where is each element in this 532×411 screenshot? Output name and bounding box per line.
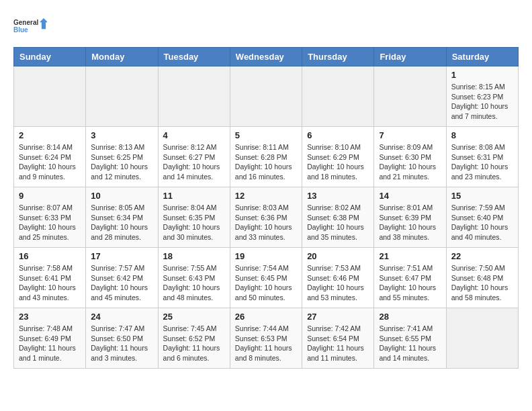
calendar-cell	[14, 66, 86, 127]
day-info: Sunrise: 7:41 AM Sunset: 6:55 PM Dayligh…	[379, 324, 441, 363]
logo-svg: General Blue	[13, 13, 47, 40]
calendar-cell	[230, 66, 302, 127]
calendar-cell: 16Sunrise: 7:58 AM Sunset: 6:41 PM Dayli…	[14, 248, 86, 308]
calendar-cell: 25Sunrise: 7:45 AM Sunset: 6:52 PM Dayli…	[158, 308, 230, 369]
day-info: Sunrise: 8:10 AM Sunset: 6:29 PM Dayligh…	[307, 142, 369, 182]
day-number: 12	[235, 191, 297, 201]
calendar-cell: 28Sunrise: 7:41 AM Sunset: 6:55 PM Dayli…	[374, 308, 446, 369]
day-number: 19	[235, 251, 297, 261]
calendar-cell: 14Sunrise: 8:01 AM Sunset: 6:39 PM Dayli…	[374, 187, 446, 248]
calendar-cell: 5Sunrise: 8:11 AM Sunset: 6:28 PM Daylig…	[230, 127, 302, 187]
day-number: 15	[451, 191, 513, 201]
calendar-cell: 12Sunrise: 8:03 AM Sunset: 6:36 PM Dayli…	[230, 187, 302, 248]
calendar-cell	[158, 66, 230, 127]
day-number: 16	[19, 251, 81, 261]
day-number: 1	[451, 70, 513, 80]
day-number: 5	[235, 130, 297, 140]
calendar-cell: 7Sunrise: 8:09 AM Sunset: 6:30 PM Daylig…	[374, 127, 446, 187]
svg-text:General: General	[13, 19, 38, 26]
calendar-table: SundayMondayTuesdayWednesdayThursdayFrid…	[13, 47, 519, 369]
day-info: Sunrise: 8:11 AM Sunset: 6:28 PM Dayligh…	[235, 142, 297, 182]
day-number: 14	[379, 191, 441, 201]
calendar-cell: 18Sunrise: 7:55 AM Sunset: 6:43 PM Dayli…	[158, 248, 230, 308]
week-row-2: 2Sunrise: 8:14 AM Sunset: 6:24 PM Daylig…	[14, 127, 519, 187]
day-info: Sunrise: 7:54 AM Sunset: 6:45 PM Dayligh…	[235, 263, 297, 303]
day-info: Sunrise: 7:44 AM Sunset: 6:53 PM Dayligh…	[235, 324, 297, 363]
calendar-header-row: SundayMondayTuesdayWednesdayThursdayFrid…	[14, 48, 519, 66]
calendar-cell: 3Sunrise: 8:13 AM Sunset: 6:25 PM Daylig…	[86, 127, 158, 187]
day-info: Sunrise: 7:45 AM Sunset: 6:52 PM Dayligh…	[163, 324, 225, 363]
day-number: 22	[451, 251, 513, 261]
calendar-cell	[86, 66, 158, 127]
svg-marker-2	[40, 18, 47, 29]
day-number: 28	[379, 312, 441, 322]
day-info: Sunrise: 8:05 AM Sunset: 6:34 PM Dayligh…	[91, 203, 152, 242]
day-info: Sunrise: 8:01 AM Sunset: 6:39 PM Dayligh…	[379, 203, 441, 242]
calendar-cell: 15Sunrise: 7:59 AM Sunset: 6:40 PM Dayli…	[446, 187, 518, 248]
day-info: Sunrise: 8:14 AM Sunset: 6:24 PM Dayligh…	[19, 142, 81, 182]
logo: General Blue	[13, 13, 47, 40]
day-number: 18	[163, 251, 225, 261]
day-info: Sunrise: 7:50 AM Sunset: 6:48 PM Dayligh…	[451, 263, 513, 303]
day-number: 11	[163, 191, 225, 201]
calendar-cell: 24Sunrise: 7:47 AM Sunset: 6:50 PM Dayli…	[86, 308, 158, 369]
svg-text:Blue: Blue	[13, 26, 28, 34]
day-info: Sunrise: 8:09 AM Sunset: 6:30 PM Dayligh…	[379, 142, 441, 182]
calendar-cell: 8Sunrise: 8:08 AM Sunset: 6:31 PM Daylig…	[446, 127, 518, 187]
day-number: 3	[91, 130, 152, 140]
header-wednesday: Wednesday	[230, 48, 302, 66]
day-info: Sunrise: 8:15 AM Sunset: 6:23 PM Dayligh…	[451, 82, 513, 122]
day-number: 26	[235, 312, 297, 322]
day-number: 13	[307, 191, 369, 201]
week-row-1: 1Sunrise: 8:15 AM Sunset: 6:23 PM Daylig…	[14, 66, 519, 127]
header-thursday: Thursday	[302, 48, 374, 66]
calendar-cell: 20Sunrise: 7:53 AM Sunset: 6:46 PM Dayli…	[302, 248, 374, 308]
header-monday: Monday	[86, 48, 158, 66]
calendar-cell: 2Sunrise: 8:14 AM Sunset: 6:24 PM Daylig…	[14, 127, 86, 187]
header-sunday: Sunday	[14, 48, 86, 66]
day-number: 10	[91, 191, 152, 201]
day-number: 25	[163, 312, 225, 322]
day-number: 27	[307, 312, 369, 322]
day-info: Sunrise: 8:12 AM Sunset: 6:27 PM Dayligh…	[163, 142, 225, 182]
day-info: Sunrise: 7:51 AM Sunset: 6:47 PM Dayligh…	[379, 263, 441, 303]
header-friday: Friday	[374, 48, 446, 66]
day-info: Sunrise: 8:03 AM Sunset: 6:36 PM Dayligh…	[235, 203, 297, 242]
day-number: 17	[91, 251, 152, 261]
calendar-cell: 10Sunrise: 8:05 AM Sunset: 6:34 PM Dayli…	[86, 187, 158, 248]
day-info: Sunrise: 7:42 AM Sunset: 6:54 PM Dayligh…	[307, 324, 369, 363]
day-number: 20	[307, 251, 369, 261]
day-info: Sunrise: 7:58 AM Sunset: 6:41 PM Dayligh…	[19, 263, 81, 303]
day-info: Sunrise: 7:55 AM Sunset: 6:43 PM Dayligh…	[163, 263, 225, 303]
day-number: 2	[19, 130, 81, 140]
day-info: Sunrise: 8:08 AM Sunset: 6:31 PM Dayligh…	[451, 142, 513, 182]
calendar-cell: 22Sunrise: 7:50 AM Sunset: 6:48 PM Dayli…	[446, 248, 518, 308]
day-number: 8	[451, 130, 513, 140]
day-number: 9	[19, 191, 81, 201]
calendar-cell: 6Sunrise: 8:10 AM Sunset: 6:29 PM Daylig…	[302, 127, 374, 187]
day-info: Sunrise: 8:07 AM Sunset: 6:33 PM Dayligh…	[19, 203, 81, 242]
day-info: Sunrise: 8:02 AM Sunset: 6:38 PM Dayligh…	[307, 203, 369, 242]
calendar-cell: 27Sunrise: 7:42 AM Sunset: 6:54 PM Dayli…	[302, 308, 374, 369]
calendar-cell: 19Sunrise: 7:54 AM Sunset: 6:45 PM Dayli…	[230, 248, 302, 308]
calendar-cell	[446, 308, 518, 369]
calendar-cell	[374, 66, 446, 127]
header-saturday: Saturday	[446, 48, 518, 66]
day-info: Sunrise: 7:47 AM Sunset: 6:50 PM Dayligh…	[91, 324, 152, 363]
day-info: Sunrise: 7:57 AM Sunset: 6:42 PM Dayligh…	[91, 263, 152, 303]
calendar-cell: 26Sunrise: 7:44 AM Sunset: 6:53 PM Dayli…	[230, 308, 302, 369]
day-info: Sunrise: 8:04 AM Sunset: 6:35 PM Dayligh…	[163, 203, 225, 242]
day-number: 21	[379, 251, 441, 261]
page-header: General Blue	[13, 13, 519, 40]
calendar-cell: 13Sunrise: 8:02 AM Sunset: 6:38 PM Dayli…	[302, 187, 374, 248]
day-info: Sunrise: 7:48 AM Sunset: 6:49 PM Dayligh…	[19, 324, 81, 363]
day-number: 7	[379, 130, 441, 140]
calendar-cell: 11Sunrise: 8:04 AM Sunset: 6:35 PM Dayli…	[158, 187, 230, 248]
calendar-cell: 23Sunrise: 7:48 AM Sunset: 6:49 PM Dayli…	[14, 308, 86, 369]
week-row-4: 16Sunrise: 7:58 AM Sunset: 6:41 PM Dayli…	[14, 248, 519, 308]
week-row-5: 23Sunrise: 7:48 AM Sunset: 6:49 PM Dayli…	[14, 308, 519, 369]
header-tuesday: Tuesday	[158, 48, 230, 66]
calendar-cell	[302, 66, 374, 127]
day-info: Sunrise: 8:13 AM Sunset: 6:25 PM Dayligh…	[91, 142, 152, 182]
calendar-cell: 4Sunrise: 8:12 AM Sunset: 6:27 PM Daylig…	[158, 127, 230, 187]
